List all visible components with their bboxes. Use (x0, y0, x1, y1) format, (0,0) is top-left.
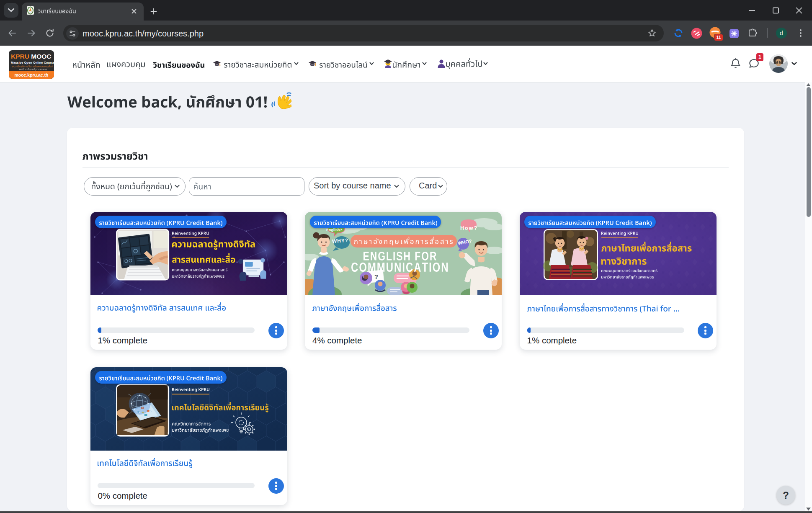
svg-text:?: ? (374, 273, 378, 280)
